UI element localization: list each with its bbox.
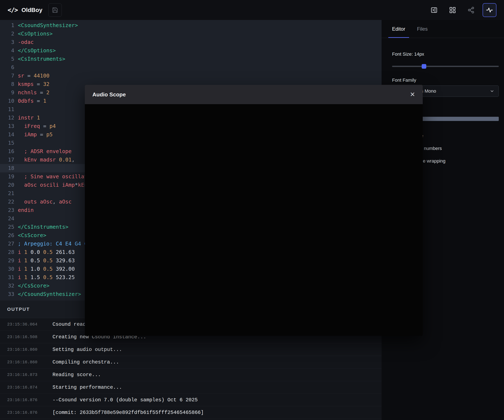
- modal-title: Audio Scope: [92, 91, 126, 98]
- output-timestamp: 23:16:16.876: [7, 410, 53, 415]
- line-number: 12: [0, 114, 14, 122]
- font-family-label: Font Family: [392, 78, 499, 83]
- code-text: ; Sine wave oscillator: [18, 172, 94, 181]
- output-message: [commit: 2633b5f788e59e892fdfb61f55fff25…: [53, 410, 204, 415]
- code-text: endin: [18, 206, 34, 214]
- code-text: -odac: [18, 38, 34, 46]
- line-number: 13: [0, 122, 14, 130]
- panel-toggle-button[interactable]: [427, 3, 441, 17]
- sidebar-tabs: EditorFiles: [382, 20, 504, 38]
- code-line: 4</CsOptions>: [0, 46, 382, 55]
- code-text: outs aOsc, aOsc: [18, 198, 72, 206]
- output-row: 23:16:16.876[commit: 2633b5f788e59e892fd…: [0, 406, 382, 419]
- line-number: 9: [0, 88, 14, 97]
- code-text: <CsOptions>: [18, 30, 53, 38]
- line-number: 23: [0, 206, 14, 214]
- code-text: <CsScore>: [18, 231, 46, 240]
- panel-right-icon: [431, 6, 438, 14]
- save-button[interactable]: [48, 3, 62, 17]
- code-text: sr = 44100: [18, 72, 49, 80]
- code-line: 7sr = 44100: [0, 72, 382, 80]
- line-number: 26: [0, 231, 14, 240]
- line-number: 3: [0, 38, 14, 46]
- output-message: --Csound version 7.0 (double samples) Oc…: [53, 397, 198, 403]
- top-bar: </> OldBoy: [0, 0, 504, 20]
- output-message: Setting audio output...: [53, 347, 122, 352]
- line-number: 17: [0, 156, 14, 164]
- code-text: </CsoundSynthesizer>: [18, 290, 81, 298]
- tab-files[interactable]: Files: [411, 20, 434, 38]
- line-number: 5: [0, 55, 14, 63]
- output-timestamp: 23:15:36.064: [7, 322, 53, 327]
- line-number: 27: [0, 240, 14, 248]
- line-number: 4: [0, 46, 14, 55]
- output-row: 23:16:16.874Starting performance...: [0, 381, 382, 394]
- line-number: 8: [0, 80, 14, 88]
- line-number: 31: [0, 273, 14, 282]
- output-message: Compiling orchestra...: [53, 359, 119, 365]
- code-brackets-icon: </>: [8, 6, 18, 14]
- output-message: Reading score...: [53, 372, 101, 378]
- output-row: 23:16:16.860Compiling orchestra...: [0, 356, 382, 369]
- code-line: 5<CsInstruments>: [0, 55, 382, 63]
- code-text: i 1 1.5 0.5 523.25: [18, 273, 75, 282]
- code-text: <CsInstruments>: [18, 55, 65, 63]
- output-message: Csound ready: [53, 322, 89, 327]
- code-line: 2<CsOptions>: [0, 30, 382, 38]
- line-number: 18: [0, 164, 14, 172]
- code-text: i 1 0.5 0.5 329.63: [18, 256, 75, 265]
- output-row: 23:16:16.876--Csound version 7.0 (double…: [0, 394, 382, 406]
- line-number: 15: [0, 139, 14, 147]
- code-text: </CsOptions>: [18, 46, 56, 55]
- audio-scope-button[interactable]: [483, 3, 496, 17]
- close-icon[interactable]: ✕: [410, 91, 415, 98]
- tab-editor[interactable]: Editor: [386, 20, 411, 38]
- code-text: <CsoundSynthesizer>: [18, 21, 78, 30]
- code-line: 3-odac: [0, 38, 382, 46]
- line-number: 34: [0, 298, 14, 300]
- line-number: 19: [0, 172, 14, 181]
- line-number: 20: [0, 181, 14, 189]
- line-number: 11: [0, 105, 14, 114]
- code-line: 6: [0, 63, 382, 72]
- font-size-slider[interactable]: [392, 64, 499, 69]
- code-text: ; Arpeggio: C4 E4 G4 C5: [18, 240, 90, 248]
- font-size-label: Font Size: 14px: [392, 51, 499, 57]
- output-row: 23:16:16.860Setting audio output...: [0, 343, 382, 356]
- share-icon: [468, 6, 475, 14]
- code-text: ksmps = 32: [18, 80, 49, 88]
- output-timestamp: 23:16:16.876: [7, 397, 53, 402]
- line-number: 2: [0, 30, 14, 38]
- line-number: 29: [0, 256, 14, 265]
- app-title: OldBoy: [21, 7, 42, 13]
- code-text: iAmp = p5: [18, 130, 53, 139]
- output-timestamp: 23:16:16.874: [7, 385, 53, 390]
- share-button[interactable]: [464, 3, 478, 17]
- code-text: iFreq = p4: [18, 122, 56, 130]
- line-number: 32: [0, 282, 14, 290]
- code-text: 0dbfs = 1: [18, 97, 46, 105]
- code-text: </CsScore>: [18, 282, 49, 290]
- output-message: Starting performance...: [53, 384, 122, 390]
- line-number: 30: [0, 265, 14, 273]
- audio-scope-display: [85, 104, 423, 336]
- grid-layout-icon: [449, 6, 456, 14]
- output-timestamp: 23:16:16.508: [7, 335, 53, 339]
- code-text: kEnv madsr 0.01,: [18, 156, 75, 164]
- line-number: 21: [0, 189, 14, 198]
- code-text: i 1 0.0 0.5 261.63: [18, 248, 75, 256]
- floppy-disk-icon: [52, 7, 58, 13]
- activity-pulse-icon: [486, 6, 493, 14]
- output-timestamp: 23:16:16.873: [7, 372, 53, 377]
- line-number: 7: [0, 72, 14, 80]
- line-number: 25: [0, 223, 14, 231]
- line-number: 28: [0, 248, 14, 256]
- audio-scope-modal: Audio Scope ✕: [85, 85, 423, 336]
- code-text: ; ADSR envelope: [18, 147, 72, 156]
- line-number: 24: [0, 214, 14, 223]
- modal-header: Audio Scope ✕: [85, 85, 423, 104]
- layout-grid-button[interactable]: [446, 3, 459, 17]
- slider-thumb[interactable]: [422, 64, 426, 69]
- code-text: nchnls = 2: [18, 88, 49, 97]
- line-number: 10: [0, 97, 14, 105]
